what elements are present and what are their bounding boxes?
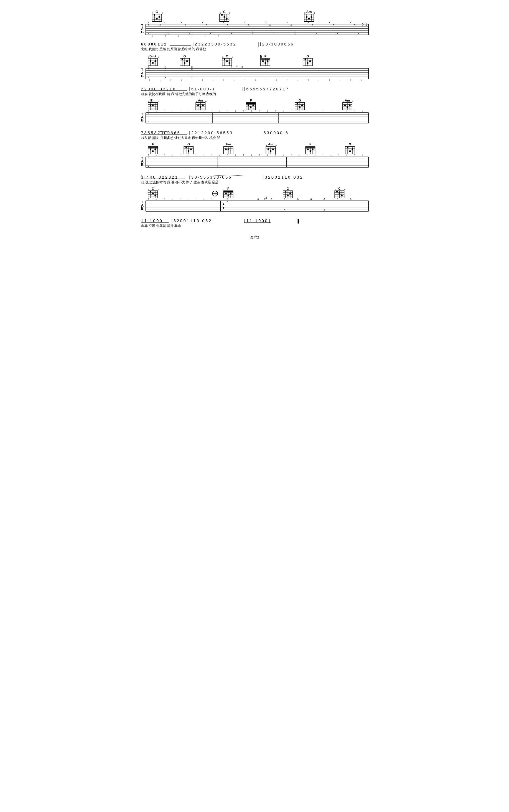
svg-point-9	[159, 16, 160, 18]
svg-point-143	[307, 62, 309, 64]
svg-text:| 2 3 · 3 0 0    0 6 6 6: | 2 3 · 3 0 0 0 6 6 6	[260, 42, 293, 46]
svg-text:o: o	[205, 100, 206, 103]
chord-name-F-3: F	[152, 142, 154, 146]
svg-text:↑: ↑	[165, 34, 166, 37]
svg-text:x: x	[184, 23, 186, 26]
svg-text:↑: ↑	[338, 109, 340, 112]
svg-text:↑: ↑	[354, 109, 355, 112]
svg-text:x: x	[189, 32, 190, 35]
svg-point-144	[309, 61, 311, 62]
svg-point-209	[200, 106, 201, 108]
svg-text:x: x	[343, 100, 344, 103]
svg-point-99	[155, 61, 156, 62]
svg-text:↑: ↑	[322, 109, 324, 112]
svg-text:x: x	[244, 21, 246, 24]
svg-text:↓: ↓	[298, 154, 300, 157]
svg-text:↑: ↑	[170, 78, 172, 81]
svg-text:–: –	[363, 200, 364, 203]
svg-text:↓: ↓	[330, 109, 332, 112]
svg-text:↓: ↓	[314, 109, 316, 112]
svg-text:x: x	[284, 197, 285, 200]
svg-text:x: x	[252, 32, 253, 35]
chord-name-G-2: G	[183, 55, 186, 58]
svg-text:↑: ↑	[223, 78, 224, 81]
svg-text:x: x	[227, 23, 229, 26]
tab-B-label: B	[141, 30, 144, 34]
svg-text:x: x	[202, 21, 203, 24]
svg-text:x: x	[350, 197, 352, 200]
svg-point-120	[226, 61, 228, 62]
svg-text:o: o	[314, 11, 315, 14]
page-number: 页码2	[250, 235, 259, 239]
svg-text:↑: ↑	[147, 197, 149, 200]
chord-name-G-3: G	[306, 55, 309, 58]
svg-text:x: x	[191, 67, 193, 70]
svg-text:↓: ↓	[255, 78, 256, 81]
svg-point-430	[287, 194, 289, 196]
svg-text:x: x	[324, 208, 325, 211]
svg-text:x: x	[333, 23, 334, 26]
svg-text:x: x	[231, 32, 232, 35]
svg-text:x: x	[265, 21, 267, 24]
svg-text:x: x	[248, 23, 249, 26]
svg-text:3: 3	[265, 196, 267, 199]
svg-text:o: o	[352, 100, 353, 103]
svg-point-404	[152, 193, 154, 194]
svg-text:o: o	[158, 56, 159, 58]
svg-point-317	[225, 148, 227, 150]
svg-point-142	[304, 58, 306, 60]
svg-text:x: x	[222, 56, 224, 58]
svg-text:↑: ↑	[243, 109, 244, 112]
svg-text:↑: ↑	[286, 78, 288, 81]
svg-point-220	[247, 105, 249, 106]
tab-B-label-3: B	[141, 118, 144, 122]
svg-text:↓: ↓	[188, 154, 189, 157]
chord-name-F-2: F	[250, 99, 252, 102]
svg-point-243	[349, 105, 351, 106]
chord-name-C-4: C	[338, 187, 340, 190]
svg-text:↓: ↓	[276, 78, 277, 81]
tab-B-label-2: B	[141, 74, 144, 78]
svg-text:x: x	[147, 67, 149, 70]
svg-text:↑: ↑	[195, 197, 197, 200]
svg-text:↑: ↑	[179, 154, 181, 157]
svg-text:↓: ↓	[203, 154, 205, 157]
svg-text:↑: ↑	[179, 197, 181, 200]
svg-text:x: x	[273, 32, 275, 35]
svg-text:0: 0	[362, 23, 364, 26]
svg-text:↓: ↓	[205, 34, 206, 37]
svg-text:3: 3	[236, 64, 238, 67]
svg-text:x: x	[148, 188, 149, 191]
svg-point-419	[228, 194, 229, 196]
svg-text:x: x	[147, 156, 149, 159]
svg-text:↓: ↓	[203, 109, 205, 112]
svg-text:↓: ↓	[330, 154, 332, 157]
svg-text:↓: ↓	[235, 154, 236, 157]
svg-text:o: o	[232, 56, 233, 58]
svg-text:| 6 5  5 5 5 5 7 7 2 0 7 1 7: | 6 5 5 5 5 5 7 7 2 0 7 1 7	[244, 87, 288, 91]
svg-point-297	[152, 150, 154, 152]
svg-point-221	[250, 106, 252, 108]
svg-point-326	[268, 148, 269, 150]
svg-text:↑: ↑	[164, 197, 165, 200]
svg-point-340	[312, 148, 313, 150]
svg-point-111	[186, 61, 188, 62]
chord-name-Em-2: Em	[226, 142, 231, 146]
chord-name-F-5: F	[227, 187, 229, 190]
svg-text:↓: ↓	[282, 109, 284, 112]
svg-point-197	[150, 105, 151, 106]
svg-text:x: x	[297, 197, 299, 200]
svg-point-318	[228, 148, 229, 150]
svg-point-133	[267, 61, 269, 62]
svg-point-439	[336, 191, 338, 193]
svg-text:↓: ↓	[156, 109, 157, 112]
svg-text:x: x	[324, 197, 325, 200]
svg-text:x: x	[210, 32, 211, 35]
svg-point-440	[339, 193, 340, 194]
svg-text:↑: ↑	[265, 78, 267, 81]
chord-name-C-2: C	[226, 55, 228, 58]
svg-point-308	[188, 150, 189, 152]
svg-text:·: ·	[141, 174, 142, 177]
svg-text:o: o	[162, 11, 163, 14]
svg-text:↓: ↓	[188, 197, 189, 200]
